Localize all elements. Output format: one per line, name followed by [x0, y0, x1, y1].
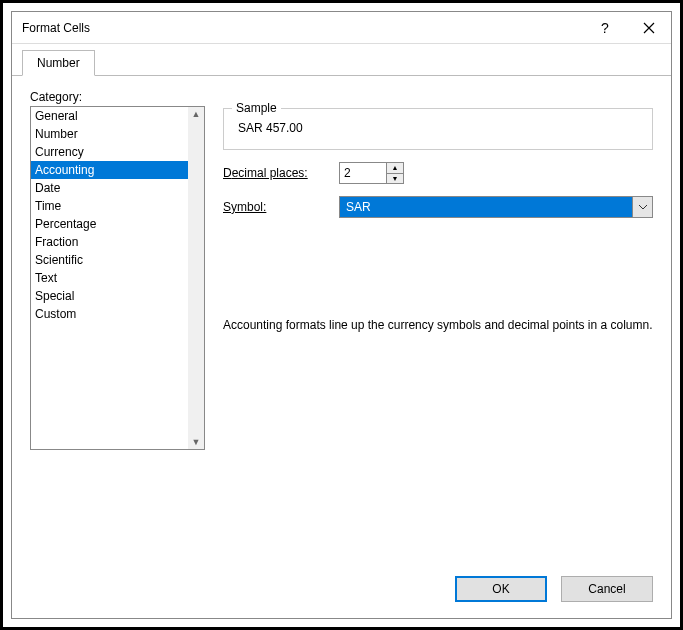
format-cells-dialog: Format Cells ? Number Category: GeneralN… [11, 11, 672, 619]
category-item-time[interactable]: Time [31, 197, 188, 215]
help-button[interactable]: ? [583, 12, 627, 44]
category-item-date[interactable]: Date [31, 179, 188, 197]
close-button[interactable] [627, 12, 671, 44]
category-listbox[interactable]: GeneralNumberCurrencyAccountingDateTimeP… [30, 106, 205, 450]
decimal-places-input[interactable] [340, 163, 386, 183]
symbol-dropdown-button[interactable] [632, 197, 652, 217]
category-item-scientific[interactable]: Scientific [31, 251, 188, 269]
dialog-title: Format Cells [22, 21, 583, 35]
ok-button[interactable]: OK [455, 576, 547, 602]
category-item-general[interactable]: General [31, 107, 188, 125]
tab-number[interactable]: Number [22, 50, 95, 76]
close-icon [643, 22, 655, 34]
scroll-up-icon: ▲ [192, 107, 201, 121]
category-item-currency[interactable]: Currency [31, 143, 188, 161]
sample-label: Sample [232, 101, 281, 115]
category-item-text[interactable]: Text [31, 269, 188, 287]
sample-group: Sample SAR 457.00 [223, 108, 653, 150]
category-item-percentage[interactable]: Percentage [31, 215, 188, 233]
category-item-custom[interactable]: Custom [31, 305, 188, 323]
titlebar: Format Cells ? [12, 12, 671, 44]
chevron-down-icon [639, 203, 647, 211]
category-item-accounting[interactable]: Accounting [31, 161, 188, 179]
category-item-special[interactable]: Special [31, 287, 188, 305]
category-item-fraction[interactable]: Fraction [31, 233, 188, 251]
dialog-footer: OK Cancel [12, 564, 671, 618]
symbol-combobox[interactable]: SAR [339, 196, 653, 218]
symbol-label: Symbol: [223, 200, 329, 214]
category-item-number[interactable]: Number [31, 125, 188, 143]
spin-down-button[interactable]: ▼ [387, 174, 403, 184]
category-label: Category: [30, 90, 653, 104]
scrollbar[interactable]: ▲ ▼ [188, 107, 204, 449]
decimal-places-spinner[interactable]: ▲ ▼ [339, 162, 404, 184]
tabs: Number [12, 44, 671, 76]
format-description: Accounting formats line up the currency … [223, 318, 653, 332]
scroll-down-icon: ▼ [192, 435, 201, 449]
spin-up-button[interactable]: ▲ [387, 163, 403, 174]
decimal-places-label: Decimal places: [223, 166, 329, 180]
symbol-value: SAR [340, 197, 632, 217]
cancel-button[interactable]: Cancel [561, 576, 653, 602]
sample-value: SAR 457.00 [238, 121, 638, 135]
